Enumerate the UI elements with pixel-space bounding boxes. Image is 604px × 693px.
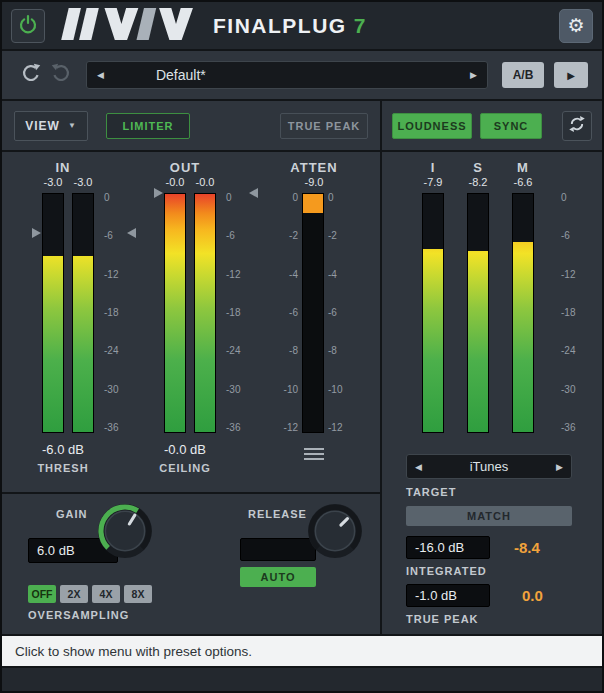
plugin-title: FINALPLUG7 — [213, 14, 367, 38]
view-dropdown[interactable]: VIEW ▼ — [14, 111, 88, 141]
ceiling-marker-left[interactable] — [154, 188, 163, 198]
threshold-marker-left[interactable] — [32, 228, 41, 238]
integrated-label: INTEGRATED — [406, 565, 487, 577]
momentary-meter: M -6.6 — [512, 160, 534, 433]
status-message: Click to show menu with preset options. — [15, 644, 252, 659]
ceiling-value[interactable]: -0.0 dB — [154, 442, 216, 457]
target-next-icon[interactable]: ▶ — [556, 462, 563, 472]
redo-icon — [50, 62, 72, 88]
sync-toggle[interactable]: SYNC — [480, 113, 542, 139]
oversampling-buttons: OFF 2X 4X 8X — [28, 585, 152, 603]
match-button[interactable]: MATCH — [406, 506, 572, 526]
atten-scale-left: 0 -2 -4 -6 -8 -10 -12 — [278, 193, 302, 433]
ab-compare-button[interactable]: A/B — [502, 62, 544, 88]
preset-selector[interactable]: ◀ Default* ▶ — [86, 61, 488, 89]
release-knob[interactable] — [306, 502, 364, 560]
undo-button[interactable] — [16, 60, 46, 90]
preset-prev-icon[interactable]: ◀ — [97, 70, 104, 80]
loudness-meter-group: I -7.9 S -8.2 M -6.6 0 -6 -12 -18 — [422, 160, 583, 433]
undo-icon — [20, 62, 42, 88]
true-peak-toggle[interactable]: TRUE PEAK — [280, 113, 368, 139]
atten-meter-bar — [302, 193, 324, 433]
limiter-panel: IN -3.0 -3.0 0 -6 -12 -18 -24 -30 — [2, 152, 382, 634]
threshold-marker-right[interactable] — [127, 228, 136, 238]
chevron-down-icon: ▼ — [68, 121, 77, 130]
settings-button[interactable]: ⚙ — [559, 9, 593, 43]
ceiling-marker-right[interactable] — [249, 188, 258, 198]
preset-next-icon[interactable]: ▶ — [470, 70, 477, 80]
meters-area: IN -3.0 -3.0 0 -6 -12 -18 -24 -30 — [2, 152, 380, 492]
target-selector[interactable]: ◀ iTunes ▶ — [406, 454, 572, 479]
auto-release-toggle[interactable]: AUTO — [240, 567, 316, 587]
momentary-meter-bar — [512, 193, 534, 433]
output-meter-label: OUT — [154, 160, 216, 176]
gain-section: GAIN 6.0 dB RELEASE — [2, 492, 380, 634]
preset-name: Default* — [104, 67, 470, 83]
input-peak-right: -3.0 — [72, 176, 94, 193]
threshold-label: THRESH — [32, 462, 94, 474]
shortterm-meter-readout: -8.2 — [469, 176, 488, 193]
gain-knob[interactable] — [96, 502, 154, 560]
oversampling-label: OVERSAMPLING — [28, 609, 129, 621]
threshold-value[interactable]: -6.0 dB — [32, 442, 94, 457]
toolbar-right: LOUDNESS SYNC — [382, 101, 602, 150]
play-button[interactable]: ▶ — [554, 62, 588, 88]
input-meter-label: IN — [32, 160, 94, 176]
shortterm-meter-bar — [467, 193, 489, 433]
finalplug-window: FINALPLUG7 ⚙ ◀ Defa — [0, 0, 604, 693]
ceiling-label: CEILING — [154, 462, 216, 474]
limiter-toggle[interactable]: LIMITER — [106, 113, 190, 139]
integrated-meter-bar — [422, 193, 444, 433]
power-button[interactable] — [11, 9, 45, 43]
shortterm-meter: S -8.2 — [467, 160, 489, 433]
input-peak-readouts: -3.0 -3.0 — [32, 176, 94, 193]
output-meter-scale: 0 -6 -12 -18 -24 -30 -36 — [222, 193, 248, 433]
input-meter-bar-left — [42, 193, 64, 433]
output-meter-group: OUT -0.0 -0.0 0 -6 -12 -18 -24 -30 — [154, 160, 258, 474]
input-meter-group: IN -3.0 -3.0 0 -6 -12 -18 -24 -30 — [32, 160, 136, 474]
plugin-name: FINALPLUG — [213, 14, 347, 37]
true-peak-target-input[interactable]: -1.0 dB — [406, 584, 490, 607]
true-peak-readout: 0.0 — [522, 587, 543, 604]
redo-button[interactable] — [46, 60, 76, 90]
oversampling-8x-button[interactable]: 8X — [124, 585, 152, 603]
output-peak-readouts: -0.0 -0.0 — [154, 176, 216, 193]
release-input[interactable] — [240, 538, 316, 561]
output-peak-left: -0.0 — [164, 176, 186, 193]
target-name: iTunes — [422, 459, 556, 474]
integrated-meter-label: I — [431, 160, 436, 176]
brand-logo — [57, 8, 199, 44]
loudness-meter-scale: 0 -6 -12 -18 -24 -30 -36 — [557, 160, 583, 433]
gain-label: GAIN — [56, 508, 88, 520]
release-label: RELEASE — [248, 508, 307, 520]
output-meter-bar-left — [164, 193, 186, 433]
plugin-version: 7 — [354, 14, 367, 37]
output-meter-bar-right — [194, 193, 216, 433]
toolbar: VIEW ▼ LIMITER TRUE PEAK LOUDNESS SYNC — [2, 101, 602, 152]
power-icon — [18, 14, 38, 38]
loudness-toggle[interactable]: LOUDNESS — [392, 113, 472, 139]
target-label: TARGET — [406, 486, 456, 498]
shortterm-meter-label: S — [473, 160, 483, 176]
integrated-target-input[interactable]: -16.0 dB — [406, 536, 490, 559]
input-peak-left: -3.0 — [42, 176, 64, 193]
oversampling-4x-button[interactable]: 4X — [92, 585, 120, 603]
toolbar-left: VIEW ▼ LIMITER TRUE PEAK — [2, 101, 382, 150]
momentary-meter-readout: -6.6 — [514, 176, 533, 193]
hamburger-icon — [304, 448, 324, 450]
input-meter-bar-right — [72, 193, 94, 433]
meter-menu-button[interactable] — [295, 443, 333, 465]
oversampling-off-button[interactable]: OFF — [28, 585, 56, 603]
refresh-icon — [568, 115, 586, 137]
loudness-reset-button[interactable] — [562, 111, 592, 141]
loudness-panel: I -7.9 S -8.2 M -6.6 0 -6 -12 -18 — [382, 152, 602, 634]
oversampling-2x-button[interactable]: 2X — [60, 585, 88, 603]
target-prev-icon[interactable]: ◀ — [415, 462, 422, 472]
true-peak-label: TRUE PEAK — [406, 613, 479, 625]
integrated-meter: I -7.9 — [422, 160, 444, 433]
output-peak-right: -0.0 — [194, 176, 216, 193]
gear-icon: ⚙ — [567, 16, 584, 35]
preset-bar: ◀ Default* ▶ A/B ▶ — [2, 51, 602, 101]
status-bar: Click to show menu with preset options. — [2, 634, 602, 666]
input-meter-scale: 0 -6 -12 -18 -24 -30 -36 — [100, 193, 126, 433]
